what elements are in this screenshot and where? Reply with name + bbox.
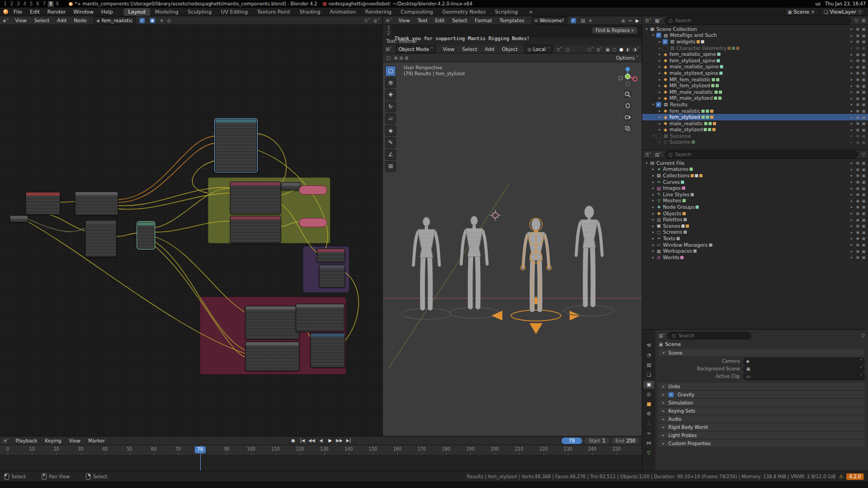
hide-eye-icon[interactable]: ◉ [855,58,860,63]
hide-eye-icon[interactable]: ◉ [855,249,860,254]
disable-render-camera-icon[interactable]: ▣ [861,186,866,191]
pin-id-toggle[interactable]: ◆ [150,18,155,23]
workspace-2[interactable]: 2 [9,1,15,7]
hide-eye-icon[interactable]: ◉ [855,211,860,216]
tab-layout[interactable]: Layout [124,8,150,16]
properties-tab-tool[interactable]: ⚒ [643,342,654,350]
code-area[interactable]: Thank you for supporting Mantis Rigging … [392,25,529,37]
disclosure-triangle-icon[interactable]: ▸ [650,249,656,253]
properties-tab-constraints[interactable]: ⋈ [643,439,654,447]
hide-eye-icon[interactable]: ◉ [855,39,860,44]
outliner-row-mr-male-realistic[interactable]: ▸◆MR_male_realistic▸◉▣ [642,89,868,95]
node-0[interactable] [215,119,257,172]
disable-render-camera-icon[interactable]: ▣ [861,249,866,254]
hide-eye-icon[interactable]: ◉ [855,173,860,178]
new-collection-icon[interactable]: ⊞ [861,18,865,23]
panel-checkbox[interactable]: ✓ [668,392,674,397]
disable-render-camera-icon[interactable]: ▣ [861,140,866,145]
unlink-icon[interactable]: ✕ [160,18,164,23]
exclude-checkbox[interactable] [656,133,661,139]
menu-node[interactable]: Node [71,17,90,24]
properties-tab-data[interactable]: ▽ [643,449,654,457]
outliner-editor-type-icon[interactable]: ☰˅ [645,18,652,23]
hide-eye-icon[interactable]: ◉ [855,27,860,31]
jump-to-end-button[interactable]: ▶| [345,438,353,443]
blend-file-search-input[interactable] [674,151,855,158]
disable-render-camera-icon[interactable]: ▣ [861,89,866,94]
hide-eye-icon[interactable]: ◉ [855,140,860,145]
menu-format[interactable]: Format [471,17,495,24]
disclosure-triangle-icon[interactable]: ▸ [657,78,662,82]
exclude-checkbox[interactable]: ✓ [656,33,661,38]
taskbar-window-1[interactable]: nodespaghetti@noodlebot: ~/Desktop/blend… [323,1,473,7]
menu-window[interactable]: Window [70,8,97,15]
properties-search[interactable]: ○ [668,332,751,339]
show-gizmo-icon[interactable]: ⬡˅ [588,47,594,52]
overlays-icon[interactable]: ◎˅ [596,47,603,52]
text-editor-type-icon[interactable]: ≡˅ [386,18,392,23]
line-numbers-toggle[interactable]: ≣ [621,18,625,23]
disable-render-camera-icon[interactable]: ▣ [861,96,866,101]
tab-scripting[interactable]: Scripting [490,8,522,16]
disclosure-triangle-icon[interactable]: ▸ [650,230,656,234]
disable-render-camera-icon[interactable]: ▣ [861,160,866,165]
workspace-6[interactable]: 6 [35,1,41,7]
disable-render-camera-icon[interactable]: ▣ [861,204,866,209]
outliner-row-mr-male-stylized[interactable]: ▸◆MR_male_stylized▸◉▣ [642,95,868,102]
menu-edit[interactable]: Edit [27,8,43,15]
disclosure-triangle-icon[interactable]: ▸ [657,46,662,50]
properties-tab-view-layer[interactable]: ❏ [643,371,654,379]
node-5[interactable] [319,265,345,287]
jump-to-start-button[interactable]: |◀ [299,438,307,443]
panel-light-probes[interactable]: ▸Light Probes [659,432,865,439]
hide-eye-icon[interactable]: ◉ [855,198,860,203]
node-11[interactable] [75,191,118,215]
panel-custom-properties[interactable]: ▸Custom Properties [659,440,865,447]
menu-marker[interactable]: Marker [85,438,108,444]
disclosure-triangle-icon[interactable]: ▸ [650,174,656,178]
disclosure-triangle-icon[interactable]: ▸ [650,198,656,203]
node-10[interactable] [25,192,60,215]
hide-eye-icon[interactable]: ◉ [855,33,860,38]
disable-render-camera-icon[interactable]: ▣ [861,52,866,57]
find-replace-tab[interactable]: Find & Replace ▾ [592,27,637,34]
cursor-select-icon[interactable]: ▸ [849,198,854,203]
outliner-row-male-stylized[interactable]: ▸◆male_stylized▸◉▣ [642,127,868,133]
tab-rendering[interactable]: Rendering [361,8,396,16]
node-13[interactable] [137,222,155,249]
node-7[interactable] [296,304,344,332]
hide-eye-icon[interactable]: ◉ [855,115,860,120]
tab-geometry-nodes[interactable]: Geometry Nodes [438,8,490,16]
node-3[interactable] [281,182,301,190]
display-mode-icon[interactable]: ▤˅ [655,152,661,157]
properties-tab-modifiers[interactable]: ⚙ [643,410,654,418]
tool-annotate[interactable]: ✎ [385,137,396,148]
disable-render-camera-icon[interactable]: ▣ [861,84,866,88]
cursor-select-icon[interactable]: ▸ [849,121,854,126]
tool-select-box[interactable]: ▢ [385,66,396,76]
cursor-select-icon[interactable]: ▸ [849,89,854,94]
disable-render-camera-icon[interactable]: ▣ [861,223,866,228]
disclosure-triangle-icon[interactable]: ▾ [644,27,649,31]
outliner-row-metarigs-and-such[interactable]: ▾✓▧MetaRigs and Such▸◉▣ [642,33,868,39]
hide-eye-icon[interactable]: ◉ [855,77,860,82]
tab-uv-editing[interactable]: UV Editing [216,8,252,16]
disable-render-camera-icon[interactable]: ▣ [861,46,866,50]
fake-user-toggle[interactable]: ✓ [139,18,145,23]
node-6[interactable] [245,306,299,339]
filter-icon[interactable]: ▽ [858,9,861,15]
disable-render-camera-icon[interactable]: ▣ [861,27,866,31]
cursor-select-icon[interactable]: ▸ [849,230,854,235]
tab-animation[interactable]: Animation [326,8,360,16]
disclosure-triangle-icon[interactable]: ▸ [650,180,656,184]
node-2[interactable] [230,216,281,243]
blender-logo-icon[interactable] [3,9,8,14]
disclosure-triangle-icon[interactable]: ▸ [650,192,656,197]
tool-move[interactable]: ✚ [385,89,396,100]
camera-view-button[interactable] [623,113,632,121]
tab-sculpting[interactable]: Sculpting [183,8,216,16]
hide-eye-icon[interactable]: ◉ [855,121,860,126]
hide-eye-icon[interactable]: ◉ [855,160,860,165]
open-text-icon[interactable]: ▤ [581,18,585,23]
disclosure-triangle-icon[interactable]: ▸ [657,115,662,119]
